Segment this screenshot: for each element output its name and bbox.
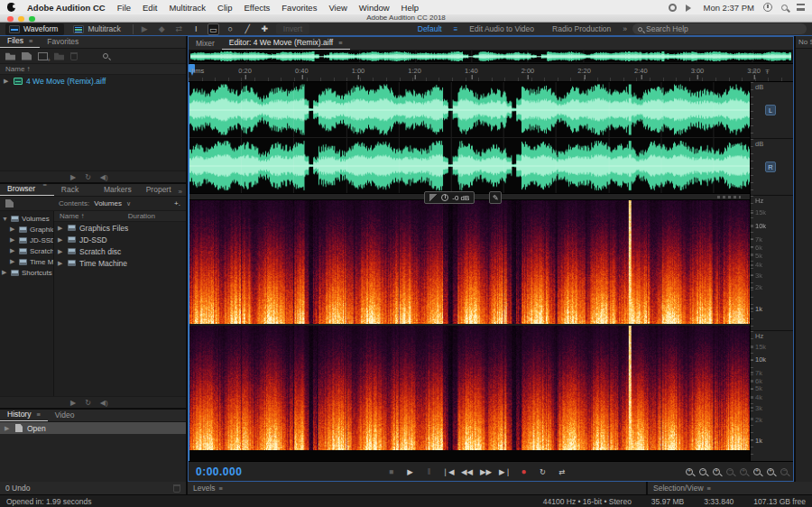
- tab-properties[interactable]: Propert: [139, 184, 179, 196]
- zoom-in-amplitude-button[interactable]: [713, 468, 720, 475]
- tree-item-volumes[interactable]: ▼ Volumes: [0, 213, 53, 224]
- media-name-header[interactable]: Name ↑: [60, 212, 85, 220]
- tab-levels[interactable]: Levels: [193, 484, 216, 493]
- tab-files[interactable]: Files≡: [0, 36, 40, 48]
- tab-mixer[interactable]: Mixer: [189, 37, 222, 50]
- hud-edit-icon[interactable]: ✎: [489, 191, 502, 204]
- tree-item-shortcuts[interactable]: ▶ Shortcuts: [0, 267, 53, 278]
- pause-button[interactable]: ‖: [423, 467, 435, 476]
- menu-edit[interactable]: Edit: [143, 3, 157, 13]
- tab-history[interactable]: History≡: [0, 410, 48, 421]
- status-display-icon[interactable]: [669, 4, 677, 12]
- panel-menu-icon[interactable]: ≡: [29, 37, 32, 45]
- notification-center-icon[interactable]: [797, 4, 805, 11]
- panel-menu-icon[interactable]: ≡: [707, 484, 711, 493]
- filter-icon[interactable]: [5, 199, 14, 207]
- go-to-end-button[interactable]: ▶❘: [499, 467, 511, 476]
- channel-left-button[interactable]: L: [765, 105, 776, 115]
- spotlight-icon[interactable]: [781, 5, 788, 11]
- hz-scale-left[interactable]: Hz 15k 10k 7k 6k 5k 4k 3k 2k 1k: [751, 196, 793, 330]
- marquee-selection-tool-icon[interactable]: ▭: [208, 23, 219, 35]
- waveform-display-right[interactable]: [189, 138, 750, 193]
- zoom-in-at-out-point-button[interactable]: [767, 468, 774, 475]
- workspace-edit-audio-to-video[interactable]: Edit Audio to Video: [463, 24, 540, 33]
- menu-effects[interactable]: Effects: [244, 3, 270, 13]
- spot-healing-brush-tool-icon[interactable]: ✚: [259, 24, 271, 33]
- apple-menu-icon[interactable]: [7, 3, 15, 12]
- volume-hud[interactable]: -0 dB: [424, 191, 475, 204]
- panel-overflow-icon[interactable]: »: [179, 188, 186, 196]
- tab-video[interactable]: Video: [48, 410, 82, 421]
- menu-multitrack[interactable]: Multitrack: [169, 3, 206, 13]
- right-panel-tab[interactable]: No S: [796, 36, 812, 49]
- workspace-radio-production[interactable]: Radio Production: [546, 24, 617, 33]
- tree-item[interactable]: ▶ JD-SSD: [0, 235, 53, 245]
- menu-window[interactable]: Window: [359, 3, 390, 13]
- tree-item[interactable]: ▶ Graphics Files: [0, 224, 53, 235]
- app-menu-title[interactable]: Adobe Audition CC: [27, 3, 106, 13]
- volume-row[interactable]: ▶ Time Machine: [54, 257, 186, 269]
- trash-icon[interactable]: [173, 484, 180, 493]
- invert-button[interactable]: Invert: [276, 23, 309, 34]
- time-selection-tool-icon[interactable]: I: [190, 24, 202, 33]
- playhead-line[interactable]: [189, 82, 189, 461]
- files-play-icon[interactable]: ▶: [70, 173, 76, 181]
- zoom-in-at-in-point-button[interactable]: [753, 468, 761, 475]
- new-content-icon[interactable]: [38, 52, 48, 60]
- time-display[interactable]: 0:00.000: [196, 466, 242, 478]
- play-button[interactable]: ▶: [404, 467, 416, 476]
- loop-playback-button[interactable]: ↻: [537, 467, 549, 476]
- hz-scale-right[interactable]: Hz 15k 10k 7k 6k 5k 4k 3k 2k 1k: [751, 331, 793, 461]
- zoom-to-selection-button[interactable]: [740, 468, 747, 475]
- panel-menu-icon[interactable]: ≡: [36, 410, 40, 419]
- menu-view[interactable]: View: [328, 3, 346, 13]
- hud-volume-knob[interactable]: [441, 194, 448, 201]
- expand-caret-icon[interactable]: ▶: [4, 78, 10, 85]
- window-titlebar[interactable]: Adobe Audition CC 2018: [0, 14, 812, 23]
- media-autoplay-icon[interactable]: ◀): [100, 399, 108, 407]
- tab-effects-rack[interactable]: Effects Rack: [54, 184, 97, 196]
- go-to-start-button[interactable]: ❘◀: [442, 467, 454, 476]
- zoom-out-time-button[interactable]: [699, 468, 706, 475]
- search-help-input[interactable]: Search Help: [632, 23, 807, 34]
- zoom-in-time-button[interactable]: [686, 468, 693, 475]
- workspace-menu-icon[interactable]: ≡: [454, 25, 458, 33]
- volume-row[interactable]: ▶ Graphics Files: [54, 222, 186, 234]
- volume-icon[interactable]: [686, 5, 695, 12]
- menubar-clock[interactable]: Mon 2:37 PM: [704, 3, 755, 13]
- multitrack-view-button[interactable]: Multitrack: [69, 23, 126, 35]
- rewind-button[interactable]: ◀◀: [461, 467, 473, 476]
- waveform-overview[interactable]: [189, 50, 793, 64]
- close-files-icon[interactable]: [70, 52, 78, 60]
- history-entry-open[interactable]: ▶ Open: [0, 422, 186, 434]
- contents-dropdown[interactable]: Volumes: [94, 199, 122, 207]
- menu-file[interactable]: File: [117, 3, 131, 13]
- panel-menu-icon[interactable]: ≡: [42, 184, 46, 189]
- media-duration-header[interactable]: Duration: [128, 212, 180, 220]
- media-loop-icon[interactable]: ↻: [85, 399, 91, 407]
- files-autoplay-icon[interactable]: ◀): [100, 173, 108, 181]
- panel-menu-icon[interactable]: ≡: [219, 484, 223, 493]
- collapsed-right-panel[interactable]: No S: [796, 36, 812, 482]
- tab-selection-view[interactable]: Selection/View: [653, 484, 704, 493]
- workspace-overflow-icon[interactable]: »: [623, 24, 627, 33]
- tab-media-browser[interactable]: Media Browser≡: [0, 184, 54, 196]
- menu-clip[interactable]: Clip: [217, 3, 232, 13]
- zoom-out-amplitude-button[interactable]: [726, 468, 734, 475]
- db-scale-left[interactable]: dB L: [751, 82, 793, 139]
- levels-panel-bar[interactable]: Levels ≡: [188, 482, 646, 494]
- workspace-default[interactable]: Default: [411, 24, 448, 33]
- razor-tool-icon[interactable]: ◆: [156, 24, 168, 33]
- selection-view-panel-bar[interactable]: Selection/View ≡: [648, 482, 812, 494]
- timeline-ruler[interactable]: hms 0:20 0:40 1:00 1:20 1:40 2:00 2:20 2…: [189, 64, 793, 82]
- file-row[interactable]: ▶ 4 We Move (Remix).aiff: [0, 75, 186, 87]
- stop-button[interactable]: ■: [385, 467, 397, 476]
- db-scale-right[interactable]: dB R: [751, 139, 793, 197]
- skip-selection-button[interactable]: ⇄: [556, 467, 567, 476]
- files-name-header[interactable]: Name ↑: [5, 65, 31, 73]
- lasso-selection-tool-icon[interactable]: ○: [225, 24, 236, 33]
- add-shortcut-icon[interactable]: +.: [174, 199, 180, 207]
- tab-editor[interactable]: Editor: 4 We Move (Remix).aiff≡: [222, 36, 350, 50]
- time-machine-icon[interactable]: [763, 3, 772, 12]
- dropdown-caret-icon[interactable]: ∨: [126, 200, 131, 207]
